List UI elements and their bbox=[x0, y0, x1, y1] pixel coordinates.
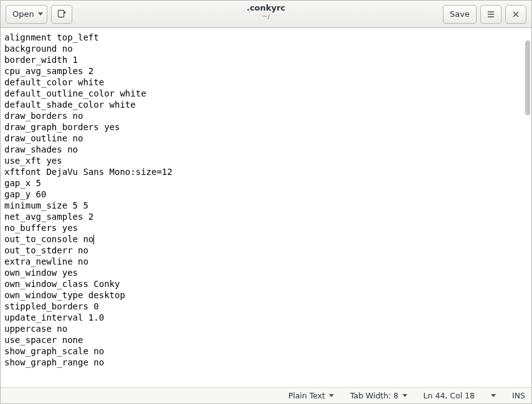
open-button-label: Open bbox=[12, 9, 34, 19]
svg-rect-0 bbox=[58, 10, 64, 17]
chevron-down-icon bbox=[329, 394, 334, 397]
tab-width-label: Tab Width: 8 bbox=[350, 391, 399, 400]
text-editor[interactable]: alignment top_left background no border_… bbox=[1, 28, 524, 387]
cursor-position: Ln 44, Col 18 bbox=[424, 391, 475, 400]
scrollbar-thumb[interactable] bbox=[525, 40, 530, 115]
close-icon bbox=[511, 10, 520, 19]
syntax-mode-selector[interactable]: Plain Text bbox=[288, 391, 334, 400]
open-button[interactable]: Open bbox=[6, 5, 47, 24]
hamburger-icon bbox=[486, 9, 496, 19]
chevron-down-icon bbox=[491, 394, 496, 397]
chevron-down-icon bbox=[402, 394, 407, 397]
save-button-label: Save bbox=[450, 9, 470, 19]
cursor-position-label: Ln 44, Col 18 bbox=[424, 391, 475, 400]
gedit-window: Open .conkyrc ~/ Save bbox=[0, 0, 532, 404]
overwrite-mode-selector[interactable] bbox=[491, 394, 496, 397]
status-bar: Plain Text Tab Width: 8 Ln 44, Col 18 IN… bbox=[1, 387, 531, 403]
tab-width-selector[interactable]: Tab Width: 8 bbox=[350, 391, 407, 400]
insert-mode-label: INS bbox=[512, 391, 525, 400]
vertical-scrollbar[interactable] bbox=[524, 28, 531, 387]
header-bar: Open .conkyrc ~/ Save bbox=[1, 1, 531, 28]
new-tab-icon bbox=[57, 9, 67, 19]
insert-mode: INS bbox=[512, 391, 525, 400]
hamburger-menu-button[interactable] bbox=[480, 5, 501, 24]
editor-area: alignment top_left background no border_… bbox=[1, 28, 531, 387]
save-button[interactable]: Save bbox=[443, 5, 477, 24]
close-button[interactable] bbox=[505, 5, 526, 24]
syntax-mode-label: Plain Text bbox=[288, 391, 325, 400]
chevron-down-icon bbox=[38, 12, 43, 16]
new-tab-button[interactable] bbox=[51, 5, 72, 24]
